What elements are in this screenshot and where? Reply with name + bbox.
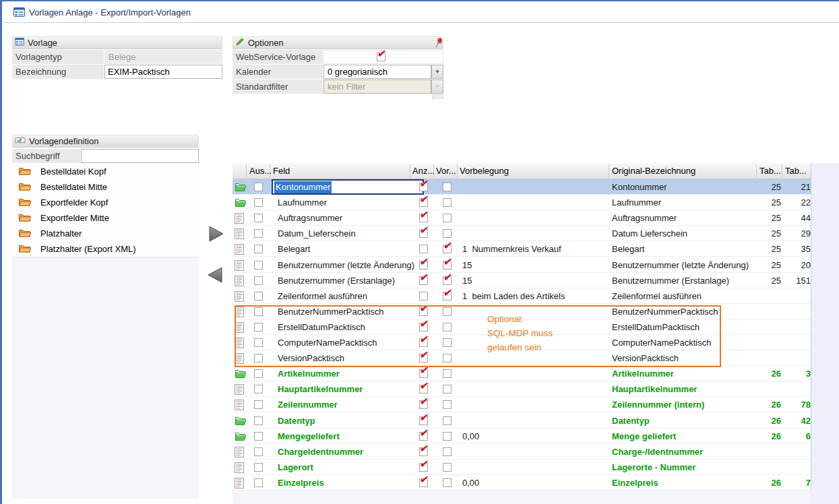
- table-row[interactable]: Laufnummer✔Laufnummer2522: [232, 195, 811, 210]
- folder-item[interactable]: Exportfelder Mitte: [12, 210, 199, 226]
- column-header-original-bezeichnung[interactable]: Original-Bezeichnung: [612, 166, 695, 176]
- vorbelegung-checkbox[interactable]: [443, 447, 452, 456]
- feld-cell[interactable]: Benutzernummer (letzte Änderung): [278, 260, 414, 270]
- feld-cell[interactable]: ComputerNamePacktisch: [278, 338, 377, 348]
- feld-cell[interactable]: Laufnummer: [278, 197, 327, 208]
- anzeigen-checkbox[interactable]: ✔: [419, 338, 428, 347]
- column-header-vorbelegung[interactable]: Vorbelegung: [460, 166, 509, 176]
- aus-checkbox[interactable]: [254, 400, 263, 409]
- vorbelegung-checkbox[interactable]: [443, 432, 452, 441]
- feld-cell[interactable]: ChargeIdentnummer: [278, 447, 363, 457]
- vorbelegung-checkbox[interactable]: [443, 463, 452, 472]
- feld-cell[interactable]: BenutzerNummerPacktisch: [278, 307, 384, 317]
- move-right-arrow-button[interactable]: [207, 225, 224, 243]
- aus-checkbox[interactable]: [254, 463, 263, 472]
- vorbelegung-checkbox[interactable]: [443, 369, 452, 378]
- aus-checkbox[interactable]: [254, 447, 263, 456]
- anzeigen-checkbox[interactable]: ✔: [419, 463, 428, 472]
- feld-cell[interactable]: Datentyp: [278, 416, 315, 426]
- folder-item[interactable]: Bestelldatei Kopf: [12, 164, 199, 180]
- aus-checkbox[interactable]: [254, 276, 263, 285]
- anzeigen-checkbox[interactable]: ✔: [419, 198, 428, 207]
- feld-cell[interactable]: Zeilenformel ausführen: [278, 291, 367, 301]
- column-header-aus[interactable]: Aus...: [249, 166, 272, 176]
- vorbelegung-checkbox[interactable]: [443, 214, 452, 222]
- suchbegriff-input[interactable]: [81, 149, 199, 163]
- anzeigen-checkbox[interactable]: ✔: [419, 261, 428, 270]
- column-header-feld[interactable]: Feld: [273, 166, 290, 176]
- anzeigen-checkbox[interactable]: [419, 245, 428, 253]
- table-row[interactable]: Einzelpreis✔0,00Einzelpreis267: [232, 475, 811, 491]
- table-row[interactable]: Zeilenformel ausführen✔1 beim Laden des …: [232, 288, 811, 304]
- table-row[interactable]: Lagerort✔Lagerorte - Nummer: [232, 460, 811, 475]
- vorbelegung-checkbox[interactable]: ✔: [443, 245, 452, 253]
- feld-cell[interactable]: Belegart: [278, 244, 310, 254]
- aus-checkbox[interactable]: [254, 261, 263, 270]
- aus-checkbox[interactable]: [254, 385, 263, 393]
- aus-checkbox[interactable]: [254, 354, 263, 363]
- feld-cell[interactable]: Artikelnummer: [278, 369, 340, 379]
- column-header-vor[interactable]: Vor...: [436, 166, 456, 176]
- vorbelegung-checkbox[interactable]: [443, 198, 452, 207]
- vorbelegung-checkbox[interactable]: [443, 400, 452, 409]
- table-row[interactable]: Auftragsnummer✔Auftragsnummer2544: [232, 210, 811, 226]
- column-header-tab2[interactable]: Tab...: [785, 166, 807, 176]
- anzeigen-checkbox[interactable]: ✔: [419, 307, 428, 316]
- anzeigen-checkbox[interactable]: ✔: [419, 400, 428, 409]
- vorbelegung-checkbox[interactable]: [443, 323, 452, 332]
- feld-edit-cell[interactable]: Kontonummer: [272, 179, 424, 195]
- feld-cell[interactable]: Mengegeliefert: [278, 431, 340, 441]
- vorbelegung-checkbox[interactable]: ✔: [443, 292, 452, 301]
- anzeigen-checkbox[interactable]: ✔: [419, 432, 428, 441]
- aus-checkbox[interactable]: [254, 369, 263, 378]
- anzeigen-checkbox[interactable]: ✔: [419, 276, 428, 285]
- anzeigen-checkbox[interactable]: ✔: [419, 354, 428, 363]
- aus-checkbox[interactable]: [254, 478, 263, 487]
- anzeigen-checkbox[interactable]: ✔: [419, 447, 428, 456]
- anzeigen-checkbox[interactable]: ✔: [419, 478, 428, 487]
- feld-cell[interactable]: Benutzernummer (Erstanlage): [278, 276, 395, 286]
- table-row[interactable]: Mengegeliefert✔0,00Menge geliefert266: [232, 429, 811, 444]
- feld-cell[interactable]: Einzelpreis: [278, 478, 324, 488]
- webservice-checkbox[interactable]: ✔: [377, 53, 385, 61]
- vorbelegung-checkbox[interactable]: ✔: [443, 276, 452, 285]
- vorbelegung-checkbox[interactable]: [443, 338, 452, 347]
- feld-cell[interactable]: Datum_Lieferschein: [278, 228, 356, 239]
- vorbelegung-checkbox[interactable]: [443, 385, 452, 393]
- vorbelegung-checkbox[interactable]: ✔: [443, 261, 452, 270]
- vorbelegung-checkbox[interactable]: [443, 478, 452, 487]
- aus-checkbox[interactable]: [254, 292, 263, 301]
- table-row[interactable]: Benutzernummer (letzte Änderung)✔✔15Benu…: [232, 257, 811, 273]
- bezeichnung-input[interactable]: [104, 65, 222, 79]
- folder-item[interactable]: Exportfelder Kopf: [12, 195, 199, 211]
- anzeigen-checkbox[interactable]: ✔: [419, 323, 428, 332]
- vorbelegung-checkbox[interactable]: [443, 354, 452, 363]
- folder-item[interactable]: Platzhalter (Export XML): [12, 241, 199, 257]
- anzeigen-checkbox[interactable]: ✔: [419, 214, 428, 222]
- table-row[interactable]: Belegart✔1 Nummernkreis VerkaufBelegart2…: [232, 241, 811, 257]
- pushpin-icon[interactable]: [434, 38, 443, 50]
- kalender-dropdown-button[interactable]: ▼: [431, 65, 443, 79]
- feld-cell[interactable]: Lagerort: [278, 462, 313, 472]
- table-row[interactable]: Datum_Lieferschein✔Datum Lieferschein252…: [232, 226, 811, 241]
- folder-item[interactable]: Platzhalter: [12, 226, 199, 242]
- vorbelegung-checkbox[interactable]: [443, 416, 452, 425]
- anzeigen-checkbox[interactable]: ✔: [419, 183, 428, 191]
- aus-checkbox[interactable]: [254, 416, 263, 425]
- aus-checkbox[interactable]: [254, 183, 263, 191]
- move-left-arrow-button[interactable]: [207, 266, 224, 284]
- aus-checkbox[interactable]: [254, 338, 263, 347]
- feld-cell[interactable]: Hauptartikelnummer: [278, 384, 363, 394]
- kalender-select[interactable]: 0 gregorianisch: [323, 65, 431, 79]
- aus-checkbox[interactable]: [254, 323, 263, 332]
- table-row[interactable]: Benutzernummer (Erstanlage)✔✔15Benutzern…: [232, 273, 811, 288]
- table-row[interactable]: Datentyp✔Datentyp2642: [232, 413, 811, 429]
- column-header-anz[interactable]: Anz...: [412, 166, 435, 176]
- anzeigen-checkbox[interactable]: ✔: [419, 229, 428, 238]
- aus-checkbox[interactable]: [254, 229, 263, 238]
- column-header-tab1[interactable]: Tab...: [759, 166, 781, 176]
- aus-checkbox[interactable]: [254, 245, 263, 253]
- feld-cell[interactable]: Zeilennummer: [278, 400, 338, 410]
- anzeigen-checkbox[interactable]: ✔: [419, 385, 428, 393]
- table-row[interactable]: ChargeIdentnummer✔Charge-/Identnummer: [232, 444, 811, 460]
